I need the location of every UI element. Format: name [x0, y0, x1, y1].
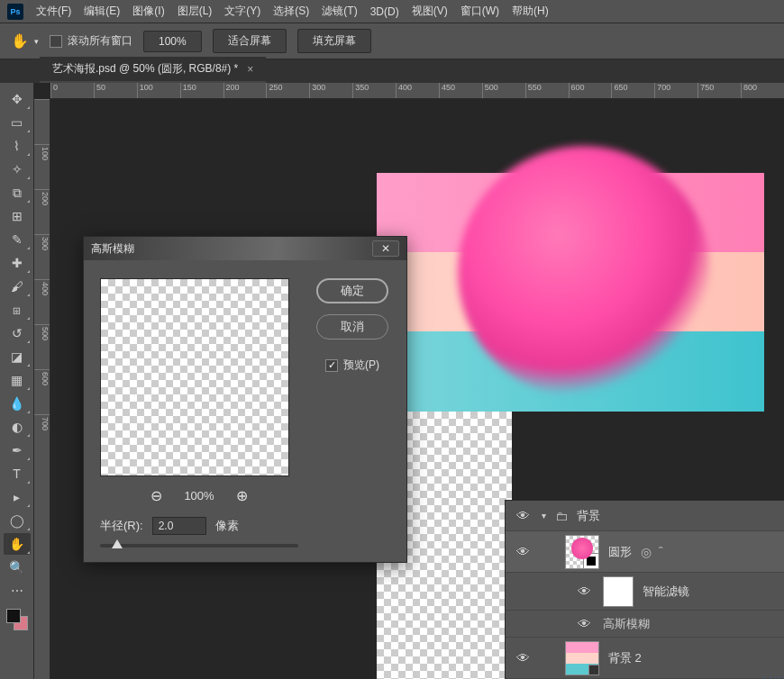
- tool-palette: ✥ ▭ ⌇ ✧ ⧉ ⊞ ✎ ✚ 🖌 ⧆ ↺ ◪ ▦ 💧 ◐ ✒ T ▸ ◯ ✋ …: [0, 83, 34, 679]
- menu-window[interactable]: 窗口(W): [460, 4, 499, 19]
- zoom-tool[interactable]: 🔍: [4, 557, 31, 578]
- ok-button[interactable]: 确定: [316, 278, 388, 303]
- visibility-toggle[interactable]: 👁: [574, 616, 594, 631]
- radius-slider[interactable]: [100, 544, 298, 548]
- canvas-artwork: [377, 173, 764, 412]
- slider-thumb[interactable]: [112, 539, 123, 548]
- visibility-toggle[interactable]: 👁: [574, 584, 594, 599]
- preview-checkbox[interactable]: [325, 359, 338, 372]
- smart-filters-row[interactable]: 👁 智能滤镜: [506, 573, 784, 611]
- zoom-out-icon[interactable]: ⊖: [150, 487, 162, 504]
- app-logo: Ps: [7, 4, 23, 20]
- layer-group-row[interactable]: 👁 ▾ 🗀 背景: [506, 501, 784, 531]
- close-tab-icon[interactable]: ×: [247, 63, 253, 76]
- horizontal-ruler: 0501001502002503003504004505005506006507…: [50, 83, 784, 99]
- layer-name[interactable]: 圆形: [608, 544, 632, 560]
- layer-row-bg2[interactable]: 👁 背景 2 UⅡⅡ寰 优优教程网: [506, 638, 784, 679]
- collapse-toggle[interactable]: ▾: [542, 511, 546, 521]
- gradient-tool[interactable]: ▦: [4, 369, 31, 391]
- close-icon[interactable]: ✕: [372, 240, 399, 257]
- color-swatches[interactable]: [6, 609, 28, 630]
- magic-wand-tool[interactable]: ✧: [4, 158, 31, 180]
- dialog-titlebar[interactable]: 高斯模糊 ✕: [84, 237, 406, 260]
- foreground-color-swatch[interactable]: [6, 609, 21, 623]
- menu-select[interactable]: 选择(S): [273, 4, 309, 19]
- vertical-ruler: 100200300400500600700: [34, 99, 50, 679]
- edit-toolbar[interactable]: ⋯: [4, 580, 31, 602]
- group-name[interactable]: 背景: [577, 508, 784, 524]
- dialog-title: 高斯模糊: [91, 241, 372, 257]
- menu-edit[interactable]: 编辑(E): [84, 4, 120, 19]
- watermark: UⅡⅡ寰 优优教程网: [761, 672, 784, 679]
- marquee-tool[interactable]: ▭: [4, 112, 31, 133]
- visibility-toggle[interactable]: 👁: [513, 508, 533, 523]
- healing-brush-tool[interactable]: ✚: [4, 252, 31, 274]
- layer-thumbnail[interactable]: [565, 641, 599, 675]
- cancel-button[interactable]: 取消: [316, 314, 388, 340]
- radius-unit: 像素: [215, 518, 239, 534]
- fill-screen-button[interactable]: 填充屏幕: [297, 29, 371, 53]
- document-tab-title: 艺术海报.psd @ 50% (圆形, RGB/8#) *: [52, 61, 238, 77]
- preview-zoom-value: 100%: [184, 489, 214, 502]
- radius-input[interactable]: [152, 517, 206, 535]
- preview-checkbox-wrap[interactable]: 预览(P): [325, 358, 379, 373]
- filter-preview[interactable]: [100, 278, 289, 476]
- visibility-toggle[interactable]: 👁: [513, 544, 533, 559]
- menu-type[interactable]: 文字(Y): [224, 4, 260, 19]
- document-tab-bar: 艺术海报.psd @ 50% (圆形, RGB/8#) * ×: [0, 59, 784, 83]
- fit-screen-button[interactable]: 适合屏幕: [213, 29, 287, 53]
- brush-tool[interactable]: 🖌: [4, 276, 31, 297]
- path-selection-tool[interactable]: ▸: [4, 486, 31, 508]
- zoom-in-icon[interactable]: ⊕: [236, 487, 248, 504]
- blur-tool[interactable]: 💧: [4, 393, 31, 414]
- radius-label: 半径(R):: [100, 518, 143, 534]
- canvas-area[interactable]: 0501001502002503003504004505005506006507…: [34, 83, 784, 679]
- tool-preset-dropdown[interactable]: ▾: [34, 37, 39, 46]
- visibility-toggle[interactable]: 👁: [513, 650, 533, 665]
- history-brush-tool[interactable]: ↺: [4, 322, 31, 344]
- zoom-level-button[interactable]: 100%: [143, 31, 202, 52]
- gaussian-blur-dialog: 高斯模糊 ✕ ⊖ 100% ⊕ 半径(R): 像素: [83, 236, 407, 563]
- menu-file[interactable]: 文件(F): [36, 4, 71, 19]
- shape-tool[interactable]: ◯: [4, 510, 31, 531]
- move-tool[interactable]: ✥: [4, 88, 31, 110]
- smart-filters-label: 智能滤镜: [643, 584, 784, 600]
- document-tab[interactable]: 艺术海报.psd @ 50% (圆形, RGB/8#) * ×: [40, 57, 266, 83]
- pen-tool[interactable]: ✒: [4, 439, 31, 461]
- circle-shape: [458, 146, 710, 398]
- preview-checkbox-label: 预览(P): [343, 358, 379, 373]
- hand-tool-icon: ✋: [11, 32, 29, 50]
- menu-bar: Ps 文件(F) 编辑(E) 图像(I) 图层(L) 文字(Y) 选择(S) 滤…: [0, 0, 784, 23]
- smart-filter-mask[interactable]: [603, 576, 634, 607]
- folder-icon: 🗀: [555, 509, 568, 523]
- dodge-tool[interactable]: ◐: [4, 416, 31, 438]
- menu-help[interactable]: 帮助(H): [512, 4, 549, 19]
- type-tool[interactable]: T: [4, 463, 31, 484]
- layer-name[interactable]: 背景 2: [608, 650, 642, 666]
- smart-object-icon: ◎: [641, 545, 652, 559]
- hand-tool[interactable]: ✋: [4, 533, 31, 555]
- filter-name[interactable]: 高斯模糊: [603, 616, 650, 632]
- menu-filter[interactable]: 滤镜(T): [322, 4, 357, 19]
- lasso-tool[interactable]: ⌇: [4, 135, 31, 157]
- gaussian-blur-filter-row[interactable]: 👁 高斯模糊 ≡: [506, 611, 784, 638]
- menu-image[interactable]: 图像(I): [132, 4, 164, 19]
- menu-layer[interactable]: 图层(L): [178, 4, 213, 19]
- layers-panel: 👁 ▾ 🗀 背景 👁 圆形 ◎ ˆ 👁 智能滤镜: [505, 500, 784, 679]
- eyedropper-tool[interactable]: ✎: [4, 229, 31, 250]
- menu-view[interactable]: 视图(V): [412, 4, 448, 19]
- crop-tool[interactable]: ⧉: [4, 182, 31, 204]
- options-bar: ✋ ▾ 滚动所有窗口 100% 适合屏幕 填充屏幕: [0, 23, 784, 59]
- layer-thumbnail[interactable]: [565, 535, 599, 569]
- scroll-all-label: 滚动所有窗口: [68, 33, 132, 49]
- eraser-tool[interactable]: ◪: [4, 346, 31, 367]
- clone-stamp-tool[interactable]: ⧆: [4, 299, 31, 321]
- expand-icon[interactable]: ˆ: [659, 545, 663, 559]
- frame-tool[interactable]: ⊞: [4, 205, 31, 227]
- layer-row-circle[interactable]: 👁 圆形 ◎ ˆ: [506, 531, 784, 573]
- scroll-all-checkbox[interactable]: [50, 35, 62, 48]
- scroll-all-windows-option[interactable]: 滚动所有窗口: [50, 33, 132, 49]
- menu-3d[interactable]: 3D(D): [370, 5, 399, 18]
